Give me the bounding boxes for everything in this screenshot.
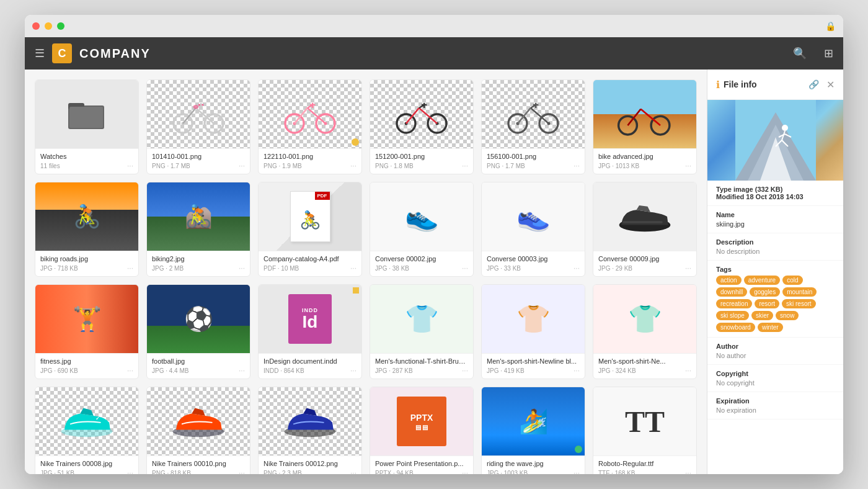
file-menu-button[interactable]: ···: [685, 469, 691, 474]
file-thumbnail: PDF 🚴: [259, 182, 361, 251]
list-item[interactable]: 🚴 biking roads.jpg JPG · 718 KB ···: [35, 182, 139, 277]
list-item[interactable]: 👕 Men's-sport-shirt-Newline bl... JPG · …: [481, 284, 585, 379]
file-menu-button[interactable]: ···: [685, 264, 691, 272]
status-badge: [352, 138, 359, 146]
list-item[interactable]: 156100-001.png PNG · 1.7 MB ···: [481, 79, 585, 174]
close-dot[interactable]: [32, 22, 40, 30]
file-name: Men's-sport-shirt-Newline bl...: [487, 357, 580, 365]
file-thumbnail: [593, 80, 696, 148]
file-menu-button[interactable]: ···: [350, 366, 356, 375]
list-item[interactable]: Nike Trainers 00010.png PNG · 818 KB ···: [146, 387, 250, 474]
tag-item[interactable]: skier: [751, 311, 773, 320]
svg-point-13: [193, 105, 198, 109]
logo-letter: C: [58, 47, 66, 60]
file-menu-button[interactable]: ···: [127, 161, 133, 170]
tag-item[interactable]: cold: [782, 276, 802, 285]
tag-item[interactable]: adventure: [744, 276, 780, 285]
file-size: JPG · 1003 KB: [487, 470, 528, 475]
list-item[interactable]: ⚽ football.jpg JPG · 4.4 MB ···: [146, 284, 250, 379]
title-bar: 🔒: [25, 15, 843, 37]
list-item[interactable]: bike advanced.jpg JPG · 1013 KB ···: [593, 79, 697, 174]
file-menu-button[interactable]: ···: [574, 264, 580, 272]
list-item[interactable]: Watches 11 files ···: [35, 79, 139, 174]
file-menu-button[interactable]: ···: [350, 264, 356, 272]
list-item[interactable]: 👕 Men's-sport-shirt-Ne... JPG · 324 KB ·…: [593, 284, 697, 379]
file-name: Nike Trainers 00010.png: [152, 460, 245, 467]
file-preview: [707, 100, 843, 181]
list-item[interactable]: 101410-001.png PNG · 1.7 MB ···: [146, 79, 250, 174]
file-menu-button[interactable]: ···: [127, 469, 133, 474]
list-item[interactable]: 👟 Converse 00003.jpg JPG · 33 KB ···: [481, 182, 585, 277]
list-item[interactable]: Converse 00009.jpg JPG · 29 KB ···: [593, 182, 697, 277]
file-name: 151200-001.png: [375, 153, 468, 160]
svg-rect-50: [622, 221, 663, 223]
file-menu-button[interactable]: ···: [127, 264, 133, 272]
maximize-dot[interactable]: [57, 22, 64, 30]
copyright-value: No copyright: [716, 379, 835, 387]
svg-point-59: [782, 125, 788, 131]
svg-line-40: [518, 108, 531, 123]
tag-item[interactable]: mountain: [782, 287, 817, 297]
file-menu-button[interactable]: ···: [574, 366, 580, 375]
file-menu-button[interactable]: ···: [462, 264, 468, 272]
nike-dark2-icon: [282, 404, 338, 439]
tag-item[interactable]: downhill: [716, 287, 747, 297]
minimize-dot[interactable]: [45, 22, 52, 30]
file-menu-button[interactable]: ···: [239, 366, 245, 375]
list-item[interactable]: PDF 🚴 Company-catalog-A4.pdf PDF · 10 MB…: [258, 182, 362, 277]
list-item[interactable]: PPTX ▤ ▤ Power Point Presentation.p... P…: [370, 387, 474, 474]
expiration-section: Expiration No expiration: [707, 392, 843, 419]
tag-item[interactable]: winter: [758, 323, 783, 332]
file-menu-button[interactable]: ···: [685, 161, 691, 170]
file-size: JPG · 718 KB: [40, 265, 78, 272]
file-thumbnail: [147, 387, 250, 455]
file-menu-button[interactable]: ···: [462, 366, 468, 375]
file-menu-button[interactable]: ···: [239, 264, 245, 272]
list-item[interactable]: TT Roboto-Regular.ttf TTF · 168 KB ···: [593, 387, 697, 474]
file-menu-button[interactable]: ···: [239, 469, 245, 474]
tag-item[interactable]: ski resort: [782, 299, 816, 308]
file-size: PPTX · 94 KB: [375, 470, 414, 475]
list-item[interactable]: 🏄 riding the wave.jpg JPG · 1003 KB ···: [481, 387, 585, 474]
tag-item[interactable]: snowboard: [716, 323, 755, 332]
list-item[interactable]: Nike Trainers 00012.png PNG · 2.3 MB ···: [258, 387, 362, 474]
file-menu-button[interactable]: ···: [574, 469, 580, 474]
list-item[interactable]: 👟 Converse 00002.jpg JPG · 38 KB ···: [370, 182, 474, 277]
tag-item[interactable]: resort: [755, 299, 779, 308]
file-menu-button[interactable]: ···: [350, 161, 356, 170]
list-item[interactable]: 151200-001.png PNG · 1.8 MB ···: [370, 79, 474, 174]
tag-item[interactable]: snow: [776, 311, 799, 320]
logo-icon: C: [52, 43, 72, 63]
tag-item[interactable]: action: [716, 276, 742, 285]
file-menu-button[interactable]: ···: [462, 469, 468, 474]
list-item[interactable]: 122110-001.png PNG · 1.9 MB ···: [258, 79, 362, 174]
tag-item[interactable]: ski slope: [716, 311, 749, 320]
tshirt-red-icon: 👕: [628, 303, 662, 335]
football-icon: ⚽: [184, 305, 213, 333]
file-grid-area[interactable]: Watches 11 files ···: [25, 70, 707, 474]
file-size: PNG · 818 KB: [152, 470, 191, 475]
file-name: Watches: [40, 153, 133, 160]
tshirt-blue-icon: 👕: [516, 303, 551, 335]
tag-item[interactable]: goggles: [750, 287, 780, 297]
list-item[interactable]: 🚵 biking2.jpg JPG · 2 MB ···: [146, 182, 250, 277]
list-item[interactable]: 🏋️ fitness.jpg JPG · 690 KB ···: [35, 284, 139, 379]
grid-icon[interactable]: ⊞: [824, 47, 833, 60]
file-menu-button[interactable]: ···: [127, 366, 133, 375]
hamburger-icon[interactable]: ☰: [35, 47, 45, 60]
tag-item[interactable]: recreation: [716, 299, 752, 308]
file-menu-button[interactable]: ···: [574, 161, 580, 170]
info-panel: ℹ File info 🔗 ✕: [707, 70, 843, 474]
list-item[interactable]: ✓ Nike Trainers 00008.jpg JPG · 51 KB ··…: [35, 387, 139, 474]
file-thumbnail: ⚽: [147, 285, 250, 353]
search-icon[interactable]: 🔍: [793, 47, 807, 60]
file-menu-button[interactable]: ···: [239, 161, 245, 170]
modified-value: 18 Oct 2018 14:03: [746, 193, 803, 200]
link-icon[interactable]: 🔗: [806, 77, 822, 92]
list-item[interactable]: 👕 Men's-functional-T-shirt-Brub... JPG ·…: [370, 284, 474, 379]
close-button[interactable]: ✕: [826, 79, 835, 91]
file-menu-button[interactable]: ···: [462, 161, 468, 170]
list-item[interactable]: INDD Id InDesign document.indd INDD · 86…: [258, 284, 362, 379]
file-menu-button[interactable]: ···: [350, 469, 356, 474]
file-menu-button[interactable]: ···: [685, 366, 691, 375]
